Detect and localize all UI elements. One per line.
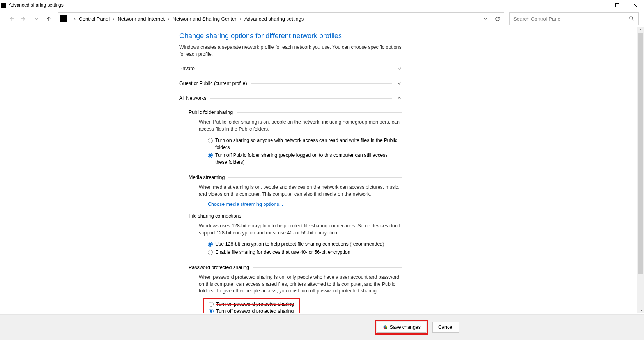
- profile-label: All Networks: [179, 96, 206, 101]
- address-history-button[interactable]: [480, 17, 491, 21]
- svg-rect-2: [616, 4, 619, 7]
- page-heading: Change sharing options for different net…: [179, 32, 402, 40]
- radio-label: Turn on sharing so anyone with network a…: [215, 137, 400, 151]
- highlight-save: Save changes: [375, 320, 428, 335]
- up-button[interactable]: [43, 13, 55, 25]
- breadcrumb-item[interactable]: Network and Internet: [117, 16, 165, 22]
- radio-icon: [208, 153, 213, 158]
- back-button[interactable]: [5, 13, 17, 25]
- radio-icon: [208, 138, 213, 143]
- cancel-label: Cancel: [438, 324, 453, 331]
- close-button[interactable]: [626, 0, 644, 10]
- profile-guest-header[interactable]: Guest or Public (current profile): [179, 78, 402, 89]
- main-content: Change sharing options for different net…: [179, 27, 402, 313]
- breadcrumb-sep: [71, 16, 79, 22]
- radio-public-on[interactable]: Turn on sharing so anyone with network a…: [179, 137, 402, 151]
- search-icon: [629, 16, 634, 22]
- radio-label: Turn off password protected sharing: [216, 308, 294, 313]
- scroll-up-button[interactable]: [637, 27, 644, 33]
- scroll-track[interactable]: [637, 33, 644, 307]
- scroll-thumb[interactable]: [638, 33, 643, 274]
- svg-line-6: [632, 19, 634, 20]
- section-title: Password protected sharing: [189, 265, 249, 270]
- location-icon: [60, 15, 67, 22]
- chevron-down-icon: [483, 17, 487, 21]
- section-desc: Windows uses 128-bit encryption to help …: [179, 223, 402, 236]
- search-box[interactable]: [509, 12, 639, 25]
- chevron-down-icon: [34, 17, 38, 21]
- section-desc: When password protected sharing is on, o…: [179, 274, 402, 295]
- radio-public-off[interactable]: Turn off Public folder sharing (people l…: [179, 152, 402, 166]
- maximize-icon: [615, 3, 619, 7]
- forward-button[interactable]: [18, 13, 30, 25]
- media-options-link[interactable]: Choose media streaming options...: [179, 202, 402, 207]
- radio-icon: [209, 302, 214, 307]
- search-input[interactable]: [513, 16, 629, 22]
- breadcrumb-item[interactable]: Advanced sharing settings: [244, 16, 304, 22]
- section-media: Media streaming When media streaming is …: [179, 175, 402, 207]
- chevron-up-icon: [397, 96, 402, 101]
- minimize-button[interactable]: [590, 0, 608, 10]
- radio-password-on[interactable]: Turn on password protected sharing: [209, 301, 295, 308]
- svg-point-5: [630, 16, 633, 19]
- highlight-password-off: Turn on password protected sharing Turn …: [203, 298, 300, 314]
- breadcrumb-sep: [237, 16, 244, 22]
- breadcrumb-sep: [165, 16, 172, 22]
- save-label: Save changes: [390, 324, 421, 331]
- section-title: Media streaming: [189, 175, 225, 180]
- page-description: Windows creates a separate network profi…: [179, 44, 402, 58]
- refresh-icon: [495, 16, 501, 22]
- profile-label: Private: [179, 66, 195, 71]
- radio-128bit[interactable]: Use 128-bit encryption to help protect f…: [179, 241, 402, 248]
- radio-icon: [209, 309, 214, 313]
- radio-label: Enable file sharing for devices that use…: [215, 249, 350, 256]
- radio-password-off[interactable]: Turn off password protected sharing: [209, 308, 295, 313]
- cancel-button[interactable]: Cancel: [432, 322, 459, 333]
- maximize-button[interactable]: [608, 0, 626, 10]
- scrollbar[interactable]: [637, 27, 644, 313]
- save-button[interactable]: Save changes: [377, 322, 426, 333]
- section-desc: When media streaming is on, people and d…: [179, 184, 402, 198]
- radio-label: Turn on password protected sharing: [216, 301, 294, 308]
- title-bar: Advanced sharing settings: [0, 0, 644, 10]
- refresh-button[interactable]: [491, 13, 504, 25]
- minimize-icon: [597, 3, 602, 7]
- recent-button[interactable]: [30, 13, 42, 25]
- section-title: File sharing connections: [189, 213, 241, 219]
- close-icon: [633, 3, 637, 7]
- section-public-folder: Public folder sharing When Public folder…: [179, 110, 402, 168]
- profile-private-header[interactable]: Private: [179, 64, 402, 74]
- radio-icon: [208, 250, 213, 255]
- chevron-down-icon: [397, 66, 402, 71]
- chevron-down-icon: [397, 81, 402, 86]
- back-icon: [8, 16, 14, 22]
- forward-icon: [21, 16, 27, 22]
- breadcrumb-item[interactable]: Control Panel: [79, 16, 110, 22]
- radio-label: Turn off Public folder sharing (people l…: [215, 152, 400, 166]
- nav-bar: Control Panel Network and Internet Netwo…: [0, 12, 644, 26]
- radio-label: Use 128-bit encryption to help protect f…: [215, 241, 384, 248]
- section-file-sharing: File sharing connections Windows uses 12…: [179, 213, 402, 259]
- up-icon: [46, 16, 51, 21]
- footer: Save changes Cancel: [0, 314, 644, 340]
- window-title: Advanced sharing settings: [9, 2, 64, 8]
- section-desc: When Public folder sharing is on, people…: [179, 119, 402, 133]
- profile-label: Guest or Public (current profile): [179, 81, 247, 86]
- address-bar[interactable]: Control Panel Network and Internet Netwo…: [58, 12, 504, 25]
- breadcrumb-item[interactable]: Network and Sharing Center: [173, 16, 237, 22]
- section-password: Password protected sharing When password…: [179, 265, 402, 313]
- breadcrumb-sep: [110, 16, 117, 22]
- shield-icon: [383, 325, 388, 330]
- radio-icon: [208, 242, 213, 247]
- radio-4056bit[interactable]: Enable file sharing for devices that use…: [179, 249, 402, 256]
- app-icon: [1, 3, 6, 8]
- section-title: Public folder sharing: [189, 110, 233, 115]
- profile-all-header[interactable]: All Networks: [179, 93, 402, 103]
- scroll-down-button[interactable]: [637, 307, 644, 313]
